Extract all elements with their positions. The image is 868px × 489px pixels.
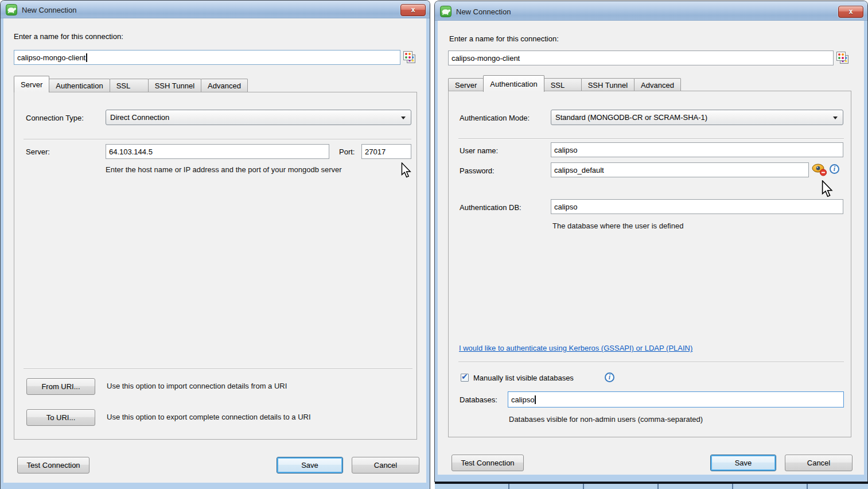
chevron-down-icon bbox=[401, 117, 406, 119]
tab-server[interactable]: Server bbox=[14, 76, 49, 92]
save-button[interactable]: Save bbox=[710, 455, 776, 471]
authentication-tab-panel: Authentication Mode: Standard (MONGODB-C… bbox=[448, 91, 851, 437]
close-icon[interactable]: x bbox=[838, 6, 863, 18]
tab-ssh-tunnel[interactable]: SSH Tunnel bbox=[581, 78, 635, 91]
connection-name-value: calipso-mongo-client bbox=[451, 54, 520, 63]
connection-color-swatch-icon[interactable] bbox=[403, 51, 416, 64]
tab-advanced[interactable]: Advanced bbox=[201, 79, 248, 92]
tab-ssl[interactable]: SSL bbox=[110, 79, 149, 92]
window-title: New Connection bbox=[456, 7, 511, 16]
connection-name-label: Enter a name for this connection: bbox=[449, 34, 559, 43]
connection-name-input[interactable]: calipso-mongo-client bbox=[448, 51, 834, 65]
username-label: User name: bbox=[460, 146, 498, 155]
text-caret bbox=[535, 395, 536, 404]
databases-help-text: Databases visible for non-admin users (c… bbox=[509, 415, 703, 424]
info-icon[interactable]: i bbox=[605, 372, 614, 382]
auth-db-help-text: The database where the user is defined bbox=[552, 222, 683, 230]
auth-db-input[interactable] bbox=[551, 199, 843, 214]
auth-mode-label: Authentication Mode: bbox=[460, 114, 530, 122]
test-connection-button[interactable]: Test Connection bbox=[17, 457, 89, 474]
kerberos-ldap-link[interactable]: I would like to authenticate using Kerbe… bbox=[459, 344, 692, 352]
tab-ssh-tunnel[interactable]: SSH Tunnel bbox=[148, 79, 201, 92]
desktop: New Connection x Enter a name for this c… bbox=[0, 0, 868, 489]
from-uri-help-text: Use this option to import connection det… bbox=[107, 382, 287, 390]
connection-name-label: Enter a name for this connection: bbox=[14, 32, 123, 41]
tab-bar: Server Authentication SSL SSH Tunnel Adv… bbox=[14, 76, 247, 92]
tab-advanced[interactable]: Advanced bbox=[634, 78, 681, 91]
port-label: Port: bbox=[339, 148, 355, 156]
databases-label: Databases: bbox=[460, 395, 497, 404]
username-input[interactable] bbox=[551, 142, 843, 157]
checkmark-icon: ✔ bbox=[461, 372, 468, 381]
tab-server[interactable]: Server bbox=[448, 78, 484, 91]
chevron-down-icon bbox=[833, 117, 838, 119]
manual-databases-label: Manually list visible databases bbox=[473, 374, 574, 382]
test-connection-button[interactable]: Test Connection bbox=[451, 455, 524, 471]
section-divider bbox=[24, 368, 412, 369]
background-table-columns bbox=[435, 484, 868, 489]
connection-type-select[interactable]: Direct Connection bbox=[106, 110, 411, 125]
from-uri-button[interactable]: From URI... bbox=[26, 378, 95, 395]
connection-type-value: Direct Connection bbox=[110, 113, 169, 122]
server-help-text: Enter the host name or IP address and th… bbox=[106, 165, 342, 174]
auth-mode-value: Standard (MONGODB-CR or SCRAM-SHA-1) bbox=[555, 113, 707, 122]
dialog-body: Enter a name for this connection: calips… bbox=[438, 21, 864, 475]
save-button[interactable]: Save bbox=[277, 457, 343, 474]
mouse-pointer-icon bbox=[822, 180, 834, 198]
cancel-button[interactable]: Cancel bbox=[785, 455, 853, 471]
password-input[interactable] bbox=[551, 162, 809, 177]
databases-value: calipso bbox=[511, 395, 534, 404]
section-divider bbox=[458, 138, 844, 139]
robomongo-turtle-icon bbox=[6, 4, 17, 15]
manual-databases-checkbox[interactable]: ✔ bbox=[461, 374, 469, 382]
to-uri-button[interactable]: To URI... bbox=[26, 409, 95, 426]
tab-bar: Server Authentication SSL SSH Tunnel Adv… bbox=[448, 75, 680, 91]
background-window-strip bbox=[435, 482, 868, 489]
port-input[interactable] bbox=[361, 144, 411, 159]
window-title: New Connection bbox=[22, 6, 76, 14]
tab-authentication[interactable]: Authentication bbox=[49, 79, 110, 92]
auth-db-label: Authentication DB: bbox=[460, 203, 521, 212]
section-divider bbox=[24, 139, 411, 139]
dialog-body: Enter a name for this connection: calips… bbox=[3, 18, 426, 483]
show-password-icon[interactable] bbox=[812, 163, 827, 176]
connection-color-swatch-icon[interactable] bbox=[836, 52, 849, 64]
server-tab-panel: Connection Type: Direct Connection Serve… bbox=[14, 92, 417, 440]
titlebar[interactable]: New Connection x bbox=[435, 1, 867, 21]
tab-ssl[interactable]: SSL bbox=[544, 78, 582, 91]
new-connection-dialog-authentication: New Connection x Enter a name for this c… bbox=[435, 1, 867, 482]
connection-type-label: Connection Type: bbox=[26, 114, 84, 122]
server-label: Server: bbox=[26, 148, 50, 156]
to-uri-help-text: Use this option to export complete conne… bbox=[107, 413, 311, 421]
password-label: Password: bbox=[460, 166, 495, 175]
section-divider bbox=[458, 362, 844, 362]
connection-name-input[interactable]: calipso-mongo-client bbox=[14, 50, 400, 65]
info-icon[interactable]: i bbox=[830, 164, 839, 174]
auth-mode-select[interactable]: Standard (MONGODB-CR or SCRAM-SHA-1) bbox=[551, 110, 843, 125]
cancel-button[interactable]: Cancel bbox=[352, 457, 419, 474]
mouse-pointer-icon bbox=[401, 162, 412, 178]
databases-input[interactable]: calipso bbox=[508, 391, 844, 408]
titlebar[interactable]: New Connection x bbox=[1, 1, 430, 18]
robomongo-turtle-icon bbox=[440, 6, 451, 17]
text-caret bbox=[86, 53, 87, 62]
new-connection-dialog-server: New Connection x Enter a name for this c… bbox=[1, 1, 430, 489]
server-host-input[interactable] bbox=[106, 144, 329, 159]
tab-authentication[interactable]: Authentication bbox=[483, 75, 544, 92]
connection-name-value: calipso-mongo-client bbox=[17, 53, 85, 62]
close-icon[interactable]: x bbox=[400, 4, 426, 16]
